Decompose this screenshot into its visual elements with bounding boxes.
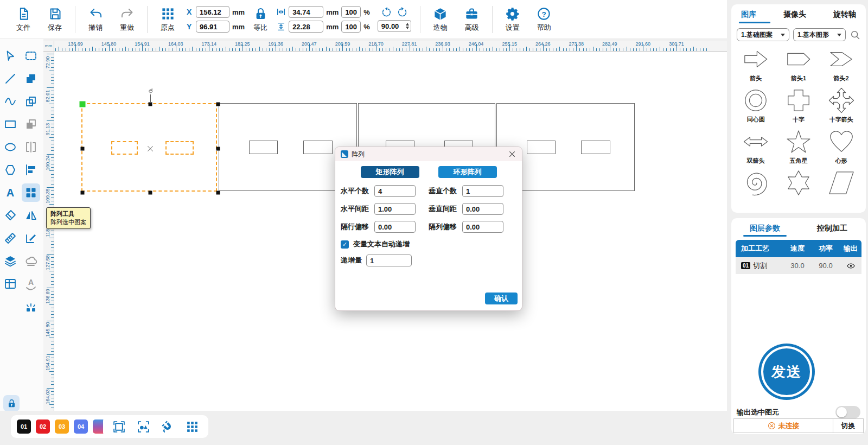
marquee-select-tool-button[interactable] [22, 47, 40, 65]
ruler-tick [680, 48, 680, 51]
curve-tool-tool-button[interactable] [1, 92, 20, 111]
width-input[interactable]: 34.74 [289, 6, 323, 18]
settings-button[interactable]: 设置 [497, 7, 528, 33]
switch-device-button[interactable]: 切换 [833, 419, 863, 433]
file-button[interactable]: 文件 [8, 7, 39, 33]
magnet-icon[interactable] [161, 420, 175, 434]
shape-item[interactable]: 十字 [777, 86, 820, 127]
intersect-tool-button[interactable] [22, 115, 40, 134]
advanced-button[interactable]: 高级 [456, 7, 488, 33]
y-position-input[interactable]: 96.91 [196, 21, 229, 33]
ruler-tick [620, 48, 620, 51]
search-icon[interactable] [850, 29, 860, 40]
ruler-tick [246, 48, 246, 51]
shape-item[interactable] [820, 168, 863, 209]
shape-item[interactable]: 箭头1 [777, 44, 820, 86]
layer-chip-01[interactable]: 01 [17, 419, 31, 434]
array-tool-tool-button[interactable] [22, 183, 40, 202]
origin-button[interactable]: 原点 [152, 7, 183, 33]
ellipse-tool-tool-button[interactable] [1, 138, 20, 156]
auto-increment-checkbox[interactable]: ✓ [341, 240, 349, 249]
shape-item[interactable]: 十字箭头 [820, 86, 863, 127]
confirm-button[interactable]: 确认 [485, 293, 518, 304]
category-dropdown[interactable]: 1.基础图案 [737, 28, 789, 41]
dialog-titlebar[interactable]: 阵列 [335, 147, 522, 161]
send-button[interactable]: 发送 [758, 344, 815, 400]
horizontal-spacing-input[interactable]: 1.00 [374, 203, 416, 215]
tab-camera[interactable]: 摄像头 [783, 10, 806, 20]
arrow-pentagon-shape [783, 46, 814, 72]
tab-circular-array[interactable]: 环形阵列 [438, 166, 497, 178]
line-tool-tool-button[interactable] [1, 69, 20, 88]
tab-layer-params[interactable]: 图层参数 [750, 224, 780, 233]
table-tool-tool-button[interactable] [1, 275, 20, 293]
rectangle-tool-tool-button[interactable] [1, 115, 20, 134]
help-button[interactable]: ? 帮助 [528, 7, 560, 33]
close-icon[interactable] [508, 150, 516, 158]
cross-shape [783, 87, 814, 113]
tab-gallery[interactable]: 图库 [741, 10, 756, 20]
height-percent-input[interactable]: 100 [341, 21, 361, 33]
layer-chip-04[interactable]: 04 [74, 419, 88, 434]
vertical-spacing-input[interactable]: 0.00 [462, 203, 503, 215]
table-row[interactable]: 01 切割 30.0 90.0 [736, 257, 861, 274]
shape-item[interactable]: 五角星 [777, 127, 820, 168]
column-offset-input[interactable]: 0.00 [462, 221, 503, 233]
redo-button[interactable]: 重做 [111, 7, 143, 33]
text-tool-tool-button[interactable]: A [1, 183, 20, 202]
ruler-tick [172, 48, 173, 51]
rotation-spinner[interactable] [406, 23, 409, 29]
shape-item[interactable]: 心形 [820, 127, 863, 168]
layer-chip-03[interactable]: 03 [55, 419, 69, 434]
eye-icon[interactable] [846, 262, 856, 270]
horizontal-count-input[interactable]: 4 [374, 185, 416, 197]
text-path-tool-button[interactable]: A [22, 275, 40, 293]
union-tool-button[interactable] [22, 69, 40, 88]
rotate-cw-icon[interactable] [396, 7, 408, 18]
rotate-ccw-icon[interactable] [381, 7, 393, 18]
subtract-tool-button[interactable] [22, 92, 40, 111]
weld-tool-button[interactable] [22, 252, 40, 270]
layer-chip-02[interactable]: 02 [36, 419, 50, 434]
shape-item[interactable] [735, 168, 777, 209]
proportional-lock-button[interactable]: 等比 [248, 7, 273, 33]
height-input[interactable]: 22.28 [289, 21, 323, 33]
connection-status[interactable]: 未连接 [734, 419, 833, 433]
eraser-tool-tool-button[interactable] [1, 206, 20, 225]
increment-input[interactable]: 1 [366, 255, 412, 266]
align-tool-button[interactable] [22, 161, 40, 179]
subcategory-dropdown[interactable]: 1.基本图形 [793, 28, 846, 41]
layers-tool-button[interactable] [1, 252, 20, 270]
ruler-tick [51, 301, 54, 301]
shape-item[interactable]: 箭头2 [820, 44, 863, 86]
tab-rectangular-array[interactable]: 矩形阵列 [361, 166, 419, 178]
node-edit-tool-button[interactable] [22, 229, 40, 247]
break-apart-tool-button[interactable] [22, 297, 40, 316]
frame-icon[interactable] [112, 420, 126, 434]
tab-rotary-axis[interactable]: 旋转轴 [833, 10, 856, 20]
width-percent-input[interactable]: 100 [341, 6, 361, 18]
tab-control-processing[interactable]: 控制加工 [817, 224, 847, 233]
save-button[interactable]: 保存 [39, 7, 71, 33]
polygon-tool-tool-button[interactable] [1, 161, 20, 179]
shape-item[interactable]: 双箭头 [735, 127, 777, 168]
shape-item[interactable] [777, 168, 820, 209]
ruler-label: 246.04 [469, 41, 484, 47]
undo-button[interactable]: 撤销 [80, 7, 111, 33]
select-arrow-tool-button[interactable] [1, 47, 20, 65]
canvas-lock-button[interactable] [3, 395, 20, 411]
select-shapes-icon[interactable] [137, 420, 150, 434]
output-selected-toggle[interactable] [835, 406, 860, 418]
ruler-tick [520, 48, 520, 51]
row-offset-input[interactable]: 0.00 [374, 221, 416, 233]
ruler-tick [49, 204, 54, 205]
x-position-input[interactable]: 156.12 [196, 6, 229, 18]
create-button[interactable]: 造物 [425, 7, 456, 33]
grid-icon[interactable] [186, 420, 199, 434]
ruler-tool-tool-button[interactable] [1, 229, 20, 247]
mirror-tool-button[interactable] [22, 206, 40, 225]
shape-item[interactable]: 箭头 [735, 44, 777, 86]
vertical-count-input[interactable]: 1 [462, 185, 503, 197]
divide-tool-button[interactable] [22, 138, 40, 156]
shape-item[interactable]: 同心圆 [735, 86, 777, 127]
